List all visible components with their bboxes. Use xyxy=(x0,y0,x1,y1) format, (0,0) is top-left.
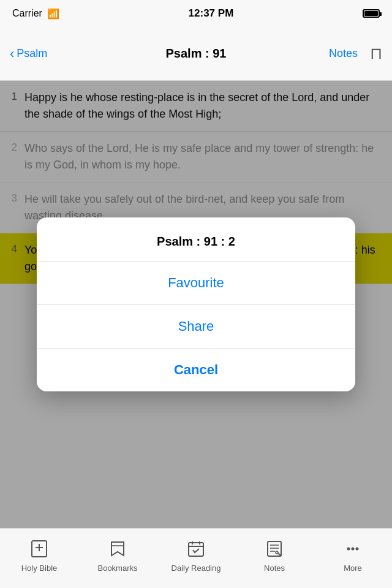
svg-rect-4 xyxy=(189,543,203,556)
battery-icon xyxy=(363,9,380,18)
notes-label: Notes xyxy=(264,564,285,573)
action-dialog: Psalm : 91 : 2 Favourite Share Cancel xyxy=(37,217,355,391)
nav-title: Psalm : 91 xyxy=(166,47,227,61)
notes-nav-button[interactable]: Notes xyxy=(329,47,358,60)
more-label: More xyxy=(344,564,362,573)
tab-holy-bible[interactable]: Holy Bible xyxy=(0,529,78,588)
carrier-label: Carrier xyxy=(12,8,42,19)
status-right xyxy=(363,9,380,18)
favourite-button[interactable]: Favourite xyxy=(37,262,355,305)
tab-more[interactable]: More xyxy=(314,529,392,588)
svg-point-14 xyxy=(347,547,350,550)
nav-bar: ‹ Psalm Psalm : 91 Notes ⊓ xyxy=(0,27,392,81)
status-left: Carrier 📶 xyxy=(12,8,59,20)
tab-notes[interactable]: Notes xyxy=(235,529,314,588)
status-bar: Carrier 📶 12:37 PM xyxy=(0,0,392,27)
tab-bar: Holy Bible Bookmarks Daily Reading xyxy=(0,528,392,588)
wifi-icon: 📶 xyxy=(47,8,59,20)
tab-daily-reading[interactable]: Daily Reading xyxy=(157,529,235,588)
book-icon[interactable]: ⊓ xyxy=(370,44,382,63)
modal-overlay[interactable]: Psalm : 91 : 2 Favourite Share Cancel xyxy=(0,81,392,528)
nav-right: Notes ⊓ xyxy=(329,44,382,63)
content-area: 1 Happy is he whose resting-place is in … xyxy=(0,81,392,528)
holy-bible-label: Holy Bible xyxy=(21,564,58,573)
dialog-title: Psalm : 91 : 2 xyxy=(37,217,355,262)
svg-point-16 xyxy=(356,547,359,550)
share-button[interactable]: Share xyxy=(37,305,355,349)
back-chevron-icon: ‹ xyxy=(10,46,14,62)
status-time: 12:37 PM xyxy=(189,7,234,20)
bookmarks-label: Bookmarks xyxy=(97,564,137,573)
back-button[interactable]: ‹ Psalm xyxy=(10,46,47,62)
daily-reading-icon xyxy=(187,540,205,561)
notes-icon xyxy=(265,540,284,561)
svg-point-15 xyxy=(352,547,355,550)
more-icon xyxy=(344,540,362,561)
bookmarks-icon xyxy=(108,540,127,561)
daily-reading-label: Daily Reading xyxy=(172,564,221,573)
back-label: Psalm xyxy=(17,47,47,60)
svg-point-13 xyxy=(276,551,278,554)
cancel-button[interactable]: Cancel xyxy=(37,349,355,391)
holy-bible-icon xyxy=(30,540,48,561)
tab-bookmarks[interactable]: Bookmarks xyxy=(78,529,157,588)
